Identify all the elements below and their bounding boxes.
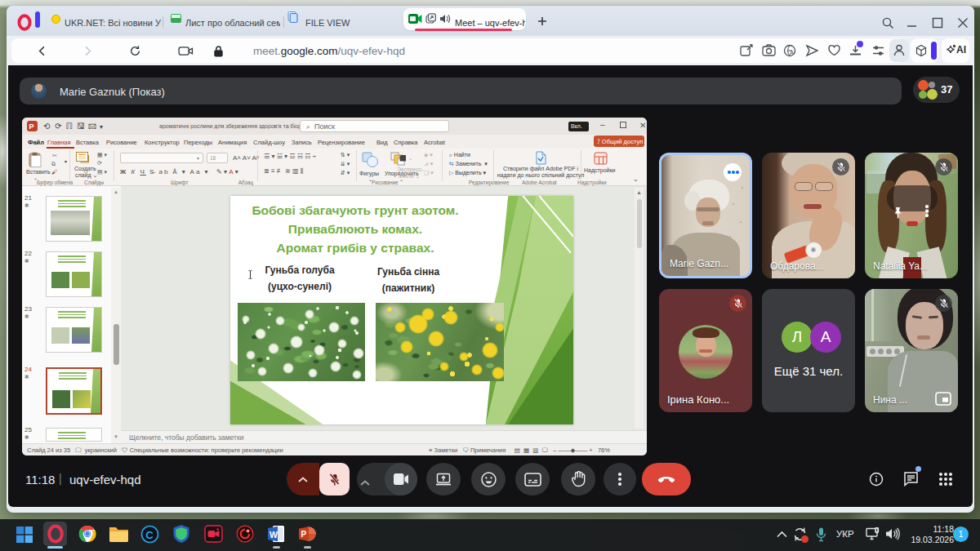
svg-text:W: W <box>270 530 278 540</box>
svg-text:P: P <box>301 530 307 539</box>
svg-text:A: A <box>790 49 794 56</box>
svg-text:C: C <box>145 529 154 541</box>
